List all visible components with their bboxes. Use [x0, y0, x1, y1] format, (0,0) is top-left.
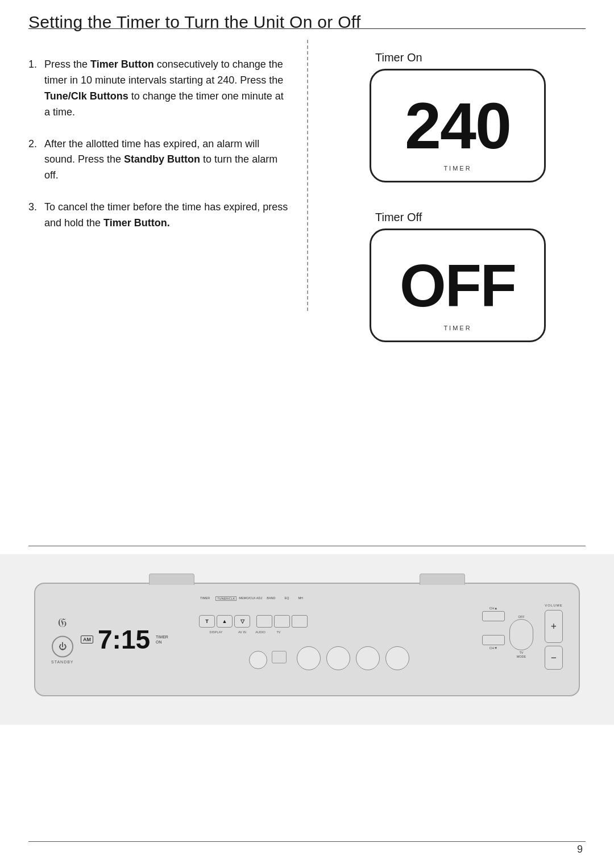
timer-off-unit: Timer Off OFF TIMER — [370, 211, 546, 342]
standby-section: 𝔊 ⏻ STANDBY — [51, 616, 74, 664]
page-container: Setting the Timer to Turn the Unit On or… — [0, 0, 614, 868]
timer-off-label: Timer Off — [375, 211, 422, 224]
volume-group: VOLUME + − — [545, 604, 563, 670]
bottom-rule — [28, 841, 586, 842]
tune-up-button[interactable]: ▲ — [217, 615, 233, 628]
eq-button[interactable] — [292, 615, 308, 628]
timer-btn-label: T — [205, 618, 209, 624]
timer-off-value: OFF — [400, 256, 516, 315]
timer-on-unit: Timer On 240 TIMER — [370, 51, 546, 182]
av-in-sub-label: AV IN — [233, 630, 251, 634]
timer-on-value: 240 — [405, 93, 511, 159]
main-button-row: T ▲ ▽ — [199, 615, 308, 628]
device-illustration: 𝔊 ⏻ STANDBY AM 7:15 TIMER ON TIMER TUNER… — [34, 583, 580, 696]
square-btn-1[interactable] — [272, 651, 287, 663]
list-item: 3. To cancel the timer before the time h… — [28, 200, 290, 231]
tuner-clk-bracket: TUNER/CLK — [215, 596, 237, 601]
memo-clk-adj-label: MEMO/CLK ADJ — [239, 596, 262, 600]
power-icon: ⏻ — [59, 642, 67, 651]
device-tab-right — [420, 574, 465, 585]
list-item: 1. Press the Timer Button consecutively … — [28, 57, 290, 121]
instruction-list: 1. Press the Timer Button consecutively … — [28, 57, 290, 231]
mh-label: MH — [298, 596, 303, 600]
off-scan-label: OFF — [518, 615, 525, 618]
clock-time: 7:15 — [98, 626, 150, 653]
circle-btn-3[interactable] — [326, 646, 350, 670]
timer-on-device-label: TIMER ON — [156, 634, 168, 645]
timer-off-sub-label: TIMER — [443, 325, 471, 331]
page-number: 9 — [577, 844, 583, 855]
instruction-number: 2. — [28, 136, 44, 184]
clock-section: AM 7:15 TIMER ON — [81, 626, 168, 653]
circle-btn-1[interactable] — [249, 651, 267, 669]
circle-btn-5[interactable] — [385, 646, 409, 670]
device-tab-left — [149, 574, 194, 585]
ch-down-label: CH▼ — [489, 646, 498, 650]
instruction-number: 1. — [28, 57, 44, 121]
instruction-text-1: Press the Timer Button consecutively to … — [44, 57, 290, 121]
am-badge: AM — [81, 636, 93, 643]
off-scan-tv-mode-button[interactable] — [509, 619, 533, 650]
instruction-text-3: To cancel the timer before the time has … — [44, 200, 290, 231]
sub-labels-row: DISPLAY AV IN AUDIO TV — [199, 630, 288, 634]
list-item: 2. After the allotted time has expired, … — [28, 136, 290, 184]
off-scan-tv-mode-group: OFF TV MODE — [509, 615, 533, 658]
timer-button[interactable]: T — [199, 615, 215, 628]
audio-sub-label: AUDIO — [251, 630, 269, 634]
top-rule — [28, 28, 586, 29]
timer-off-display: OFF TIMER — [370, 229, 546, 342]
display-column: Timer On 240 TIMER Timer Off OFF TIMER — [307, 40, 586, 342]
timer-on-label: Timer On — [375, 51, 422, 64]
mode-label: MODE — [517, 655, 526, 658]
eq-label: EQ — [285, 596, 289, 600]
standby-label: STANDBY — [51, 660, 74, 664]
tune-down-icon: ▽ — [240, 618, 244, 624]
main-content: 1. Press the Timer Button consecutively … — [28, 40, 586, 342]
circle-btn-4[interactable] — [356, 646, 380, 670]
right-ch-group: CH▲ — [482, 607, 505, 621]
tv-mode-label: TV — [519, 651, 523, 654]
section-rule — [28, 546, 586, 546]
memo-button[interactable] — [256, 615, 272, 628]
band-label: BAND — [267, 596, 275, 600]
circle-buttons-row — [249, 651, 287, 669]
volume-up-button[interactable]: + — [545, 610, 563, 643]
display-sub-label: DISPLAY — [199, 630, 233, 634]
timer-top-label: TIMER — [200, 596, 210, 600]
tune-down-button[interactable]: ▽ — [234, 615, 250, 628]
device-area: 𝔊 ⏻ STANDBY AM 7:15 TIMER ON TIMER TUNER… — [0, 554, 614, 725]
ch-up-label: CH▲ — [489, 607, 498, 610]
volume-label: VOLUME — [545, 604, 562, 607]
standby-button[interactable]: ⏻ — [52, 636, 73, 658]
timer-on-sub-label: TIMER — [443, 165, 471, 172]
instruction-number: 3. — [28, 200, 44, 231]
volume-down-button[interactable]: − — [545, 646, 563, 670]
text-column: 1. Press the Timer Button consecutively … — [28, 40, 307, 342]
large-circle-buttons — [297, 646, 409, 670]
tune-up-icon: ▲ — [222, 618, 227, 624]
timer-on-display: 240 TIMER — [370, 69, 546, 182]
right-ch-down-group: CH▼ — [482, 635, 505, 650]
circle-btn-2[interactable] — [297, 646, 321, 670]
ch-up-button[interactable] — [482, 611, 505, 621]
top-labels-area: TIMER TUNER/CLK MEMO/CLK ADJ BAND EQ MH — [200, 596, 303, 601]
band-button[interactable] — [274, 615, 290, 628]
tv-sub-label: TV — [269, 630, 288, 634]
brand-logo-icon: 𝔊 — [57, 616, 67, 630]
instruction-text-2: After the allotted time has expired, an … — [44, 136, 290, 184]
ch-down-button[interactable] — [482, 635, 505, 645]
